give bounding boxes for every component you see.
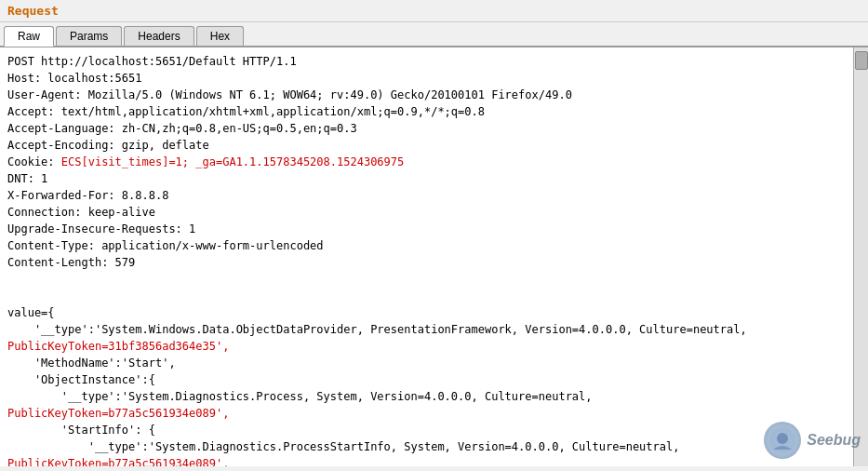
scrollbar[interactable] [853,47,868,466]
line-ua: User-Agent: Mozilla/5.0 (Windows NT 6.1;… [7,88,572,101]
content-area: POST http://localhost:5651/Default HTTP/… [0,47,868,466]
line-connection: Connection: keep-alive [7,206,155,219]
body-line2: '__type':'System.Windows.Data.ObjectData… [7,323,747,353]
tab-headers[interactable]: Headers [124,26,194,46]
line-host: Host: localhost:5651 [7,72,142,85]
body-line5: '__type':'System.Diagnostics.Process, Sy… [7,390,593,420]
line-accept: Accept: text/html,application/xhtml+xml,… [7,105,485,118]
line-forwarded: X-Forwarded-For: 8.8.8.8 [7,189,168,202]
scrollbar-thumb[interactable] [855,51,868,70]
body-line7: '__type':'System.Diagnostics.ProcessStar… [7,440,679,466]
body-line6: 'StartInfo': { [7,424,155,437]
line-dnt: DNT: 1 [7,172,47,185]
watermark-text: Seebug [807,432,861,449]
svg-point-1 [777,433,788,444]
line-cookie: Cookie: ECS[visit_times]=1; _ga=GA1.1.15… [7,155,404,168]
watermark: Seebug [764,422,861,459]
line-accept-lang: Accept-Language: zh-CN,zh;q=0.8,en-US;q=… [7,122,357,135]
line-content-length: Content-Length: 579 [7,256,135,269]
line-post: POST http://localhost:5651/Default HTTP/… [7,55,297,68]
tabs-container: Raw Params Headers Hex [0,22,868,47]
watermark-logo [764,422,801,459]
title-bar: Request [0,0,868,22]
request-body: POST http://localhost:5651/Default HTTP/… [0,47,853,466]
line-empty1 [7,289,14,303]
body-line1: value={ [7,306,55,319]
title-text: Request [7,4,59,18]
line-content-type: Content-Type: application/x-www-form-url… [7,239,324,252]
tab-hex[interactable]: Hex [196,26,244,46]
tab-params[interactable]: Params [56,26,122,46]
body-line4: 'ObjectInstance':{ [7,373,155,386]
line-accept-enc: Accept-Encoding: gzip, deflate [7,139,209,152]
tab-raw[interactable]: Raw [4,26,54,47]
line-upgrade: Upgrade-Insecure-Requests: 1 [7,222,195,236]
body-line3: 'MethodName':'Start', [7,357,176,370]
